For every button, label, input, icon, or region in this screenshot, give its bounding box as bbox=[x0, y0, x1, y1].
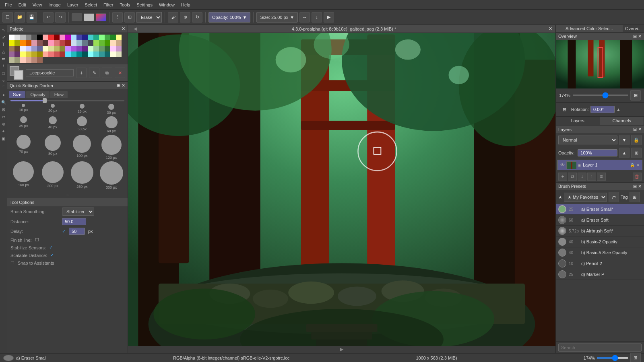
tool-path[interactable]: ⌒ bbox=[0, 84, 7, 91]
swatch-orange[interactable] bbox=[20, 40, 26, 46]
edit-brush-btn[interactable]: ✎ bbox=[89, 68, 99, 78]
swatch-r18[interactable] bbox=[31, 46, 37, 51]
swatch-r51[interactable] bbox=[105, 51, 110, 57]
swatch-r39[interactable] bbox=[37, 51, 43, 57]
rotation-arrow[interactable]: ▲ bbox=[616, 107, 621, 112]
fg-bg-colors[interactable] bbox=[10, 66, 23, 80]
bp-controls[interactable]: ⊞ ✕ bbox=[633, 184, 642, 189]
swatch-r13[interactable] bbox=[116, 40, 122, 46]
swatch-r24[interactable] bbox=[65, 46, 71, 51]
status-preset-icon[interactable] bbox=[3, 355, 14, 361]
layers-opacity-expand[interactable]: ▲ bbox=[619, 148, 630, 158]
tag-btn[interactable]: 🏷 bbox=[609, 192, 619, 202]
color-mode-btn[interactable] bbox=[96, 13, 106, 21]
swatch-r58[interactable] bbox=[31, 57, 37, 63]
brush-size-20[interactable]: 20 px bbox=[39, 104, 67, 115]
save-button[interactable]: 💾 bbox=[27, 12, 37, 23]
flip-v-btn[interactable]: ↕ bbox=[312, 12, 322, 23]
size-slider-thumb[interactable] bbox=[43, 98, 47, 103]
scalable-distance-checkbox[interactable]: ✓ bbox=[50, 253, 54, 258]
finish-line-checkbox[interactable]: ☐ bbox=[35, 237, 39, 243]
swatch-r19[interactable] bbox=[37, 46, 43, 51]
swatch-lblue[interactable] bbox=[71, 35, 76, 40]
lock-btn[interactable]: 🔒 bbox=[631, 135, 642, 145]
swatch-lgreen[interactable] bbox=[99, 35, 105, 40]
tab-overview[interactable]: Overvi... bbox=[623, 25, 644, 32]
swatch-dyellow[interactable] bbox=[14, 40, 20, 46]
tool-line[interactable]: / bbox=[0, 63, 7, 69]
swatch-green[interactable] bbox=[105, 35, 110, 40]
delay-checkbox[interactable]: ✓ bbox=[62, 229, 66, 234]
swatch-r52[interactable] bbox=[110, 51, 116, 57]
overview-thumbnail[interactable] bbox=[556, 40, 644, 88]
swatch-r42[interactable] bbox=[54, 51, 60, 57]
menu-file[interactable]: File bbox=[2, 0, 15, 10]
swatch-pink[interactable] bbox=[60, 35, 65, 40]
brush-size-80[interactable]: 80 px bbox=[39, 135, 67, 160]
swatch-r1[interactable] bbox=[48, 40, 54, 46]
bp-item-marker[interactable]: 25 d) Marker P bbox=[556, 269, 644, 280]
swatch-r16[interactable] bbox=[20, 46, 26, 51]
tab-size[interactable]: Size bbox=[9, 91, 25, 98]
bp-name-5[interactable]: b) Basic-5 Size Opacity bbox=[581, 250, 627, 255]
redo-button[interactable]: ↪ bbox=[55, 12, 66, 23]
swatch-r32[interactable] bbox=[110, 46, 116, 51]
swatch-lyellow[interactable] bbox=[116, 35, 122, 40]
bp-item-basic2[interactable]: 40 b) Basic-2 Opacity bbox=[556, 237, 644, 247]
swatch-r37[interactable] bbox=[26, 51, 31, 57]
swatch-xdgray[interactable] bbox=[31, 35, 37, 40]
brush-size-100[interactable]: 100 px bbox=[68, 135, 96, 160]
menu-window[interactable]: Window bbox=[156, 0, 178, 10]
zoom-fit-statusbar-btn[interactable]: ⊞ bbox=[630, 353, 641, 362]
swatch-r43[interactable] bbox=[60, 51, 65, 57]
add-brush-btn[interactable]: + bbox=[76, 68, 87, 78]
swatch-r6[interactable] bbox=[76, 40, 82, 46]
brush-size-16[interactable]: 16 px bbox=[10, 104, 37, 115]
canvas-scroll-left[interactable]: ◀ bbox=[131, 26, 139, 31]
bp-item-basic5[interactable]: 40 b) Basic-5 Size Opacity bbox=[556, 247, 644, 258]
swatch-r40[interactable] bbox=[43, 51, 48, 57]
swatch-blue[interactable] bbox=[76, 35, 82, 40]
swatch-dgray[interactable] bbox=[26, 35, 31, 40]
menu-layer[interactable]: Layer bbox=[64, 0, 82, 10]
swatch-r59[interactable] bbox=[37, 57, 43, 63]
stabilize-sensors-checkbox[interactable]: ✓ bbox=[49, 245, 53, 250]
canvas-scroll-right[interactable]: ▶ bbox=[338, 347, 346, 352]
tool-text[interactable]: T bbox=[0, 41, 7, 47]
tab-channels[interactable]: Channels bbox=[600, 117, 644, 125]
opacity-arrow[interactable]: ▼ bbox=[243, 15, 247, 20]
mirror-btn[interactable]: ⊕ bbox=[180, 12, 190, 23]
swatch-brown[interactable] bbox=[37, 40, 43, 46]
menu-filter[interactable]: Filter bbox=[100, 0, 116, 10]
qs-controls[interactable]: ⊞ ✕ bbox=[117, 83, 125, 88]
rotate-btn[interactable]: ↻ bbox=[192, 12, 202, 23]
tool-add[interactable]: + bbox=[0, 128, 7, 134]
tool-select[interactable]: ↖ bbox=[0, 27, 7, 33]
swatch-r28[interactable] bbox=[88, 46, 93, 51]
brush-size-300[interactable]: 300 px bbox=[97, 161, 125, 189]
swatch-r9[interactable] bbox=[93, 40, 99, 46]
fg-color-btn[interactable] bbox=[72, 13, 82, 21]
brush-size-35[interactable]: 35 px bbox=[10, 116, 37, 133]
grid-btn[interactable]: ⊞ bbox=[124, 12, 135, 23]
menu-edit[interactable]: Edit bbox=[15, 0, 29, 10]
tool-fill[interactable]: ⊠ bbox=[0, 106, 7, 113]
brush-size-30[interactable]: 30 px bbox=[97, 104, 125, 115]
flip-h-btn[interactable]: ↔ bbox=[299, 12, 310, 23]
swatch-teal[interactable] bbox=[93, 35, 99, 40]
bp-item-airbrush[interactable]: 5.72b b) Airbrush Soft* bbox=[556, 226, 644, 237]
swatch-r27[interactable] bbox=[82, 46, 88, 51]
swatch-r55[interactable] bbox=[14, 57, 20, 63]
tool-rect[interactable]: □ bbox=[0, 70, 7, 76]
opacity-display[interactable]: Opacity: 100% ▼ bbox=[208, 12, 250, 23]
tool-paint[interactable]: ✏ bbox=[0, 56, 7, 62]
distance-input[interactable] bbox=[62, 218, 86, 225]
menu-help[interactable]: Help bbox=[178, 0, 194, 10]
brush-size-200[interactable]: 200 px bbox=[39, 161, 67, 189]
swatch-tan[interactable] bbox=[31, 40, 37, 46]
snap-checkbox[interactable]: ☐ bbox=[10, 260, 14, 265]
new-document-button[interactable]: ☐ bbox=[2, 12, 13, 23]
swatch-lgray[interactable] bbox=[14, 35, 20, 40]
swatch-r22[interactable] bbox=[54, 46, 60, 51]
tool-eyedrop[interactable]: 🔍 bbox=[0, 99, 7, 105]
